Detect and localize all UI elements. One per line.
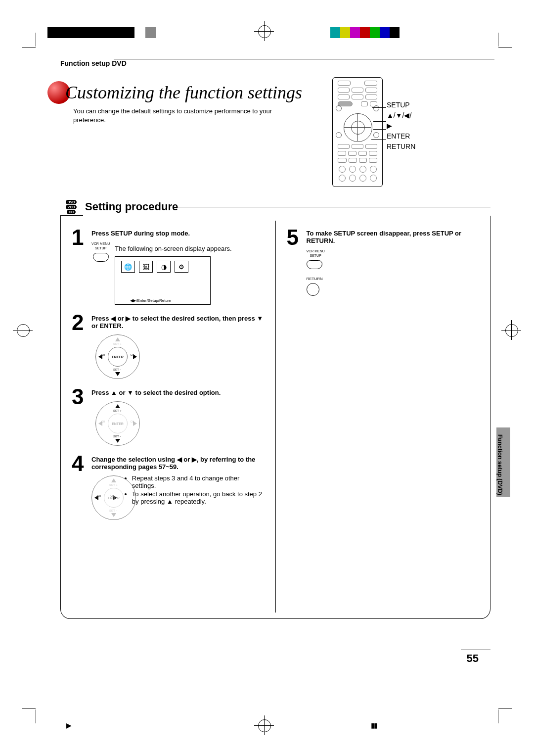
registration-bar-top [0,27,534,39]
remote-label-arrows: ▲/▼/◀/▶ [387,110,415,131]
remote-label-enter: ENTER [387,131,415,142]
registration-bar-bottom: ▶ ▮▮ [0,719,534,734]
step-4-bullets: Repeat steps 3 and 4 to change other set… [125,473,265,506]
step-4: 4 Change the selection using ◀ or ▶, by … [72,456,265,520]
page-subtitle: You can change the default settings to c… [73,107,301,124]
header-rule [114,59,494,59]
step-5-title: To make SETUP screen disappear, press SE… [307,230,480,244]
remote-illustration: SETUP ▲/▼/◀/▶ ENTER RETURN [332,77,383,187]
remote-label-return: RETURN [387,142,415,152]
procedure-title: Setting procedure [85,200,178,213]
dpad-icon: SET +SET -CHCH ENTER [95,401,140,446]
step-4-title: Change the selection using ◀ or ▶, by re… [91,456,265,471]
crosshair-icon [258,25,271,38]
dpad-icon: SET +SET -CHCH ENTER [91,475,120,520]
disc-tags: DVD VCD CD [60,199,82,214]
picture-icon: 🖼 [139,261,153,273]
bw-swatches [47,27,156,38]
step-2: 2 Press ◀ or ▶ to select the desired sec… [72,315,265,379]
step-5: 5 To make SETUP screen disappear, press … [287,230,480,296]
page-number-rule [461,650,490,650]
step-3-title: Press ▲ or ▼ to select the desired optio… [91,389,265,396]
audio-icon: ◑ [157,261,171,273]
step-1-desc: The following on-screen display appears. [115,245,231,252]
step-2-title: Press ◀ or ▶ to select the desired secti… [91,315,265,330]
remote-label-setup: SETUP [387,100,415,110]
color-swatches [330,27,400,38]
page-title: Customizing the function settings [47,81,302,104]
return-button-icon [307,283,319,296]
list-item: To select another operation, go back to … [132,490,265,505]
setup-button-icon [93,253,109,262]
procedure-box: DVD VCD CD Setting procedure 1 Press SET… [60,198,490,619]
pause-icon: ▮▮ [371,721,377,729]
globe-icon: 🌐 [121,261,135,273]
step-1-title: Press SETUP during stop mode. [91,230,265,237]
title-text: Customizing the function settings [65,82,302,103]
side-label: Function setup (DVD) [496,434,503,495]
page-number: 55 [467,652,479,665]
list-item: Repeat steps 3 and 4 to change other set… [132,474,265,489]
dpad-icon: SET +SET -CHCH ENTER [95,334,140,379]
section-header: Function setup DVD [60,59,127,67]
osd-footer: ◀▶/Enter/Setup/Return [130,298,171,303]
step-1: 1 Press SETUP during stop mode. VCR MENU… [72,230,265,305]
settings-icon: ⚙ [175,261,188,273]
step-3: 3 Press ▲ or ▼ to select the desired opt… [72,389,265,446]
osd-preview: 🌐 🖼 ◑ ⚙ ◀▶/Enter/Setup/Return [115,256,211,305]
setup-button-icon [307,260,322,269]
play-icon: ▶ [66,721,72,729]
